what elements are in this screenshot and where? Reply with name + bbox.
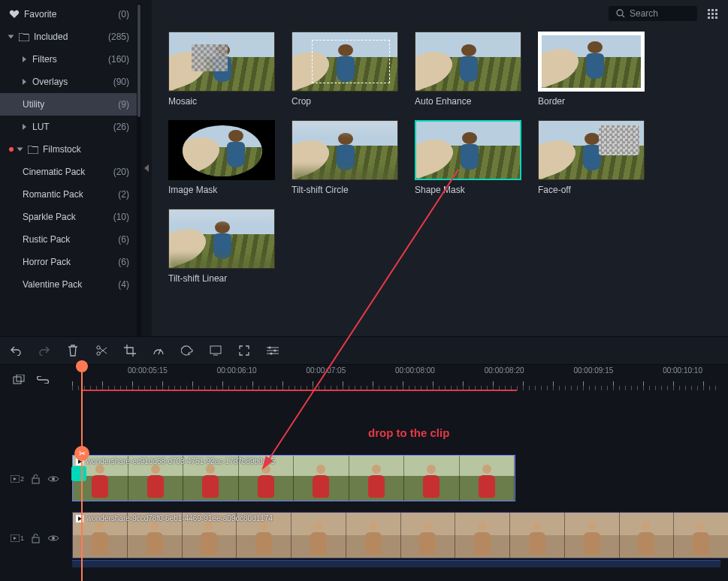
redo-button[interactable] [38,344,51,357]
svg-rect-8 [14,377,21,384]
grid-view-icon[interactable] [708,9,717,19]
ruler-label: 00:00:07:05 [306,366,346,375]
search-input[interactable]: Search [609,6,697,21]
crop-zoom-button[interactable] [237,344,251,357]
gallery-thumb[interactable] [415,120,521,180]
chevron-left-icon [144,164,149,172]
svg-point-2 [97,346,100,349]
gallery-item-face-off[interactable]: Face-off [538,120,645,195]
gallery-thumb[interactable] [292,120,398,180]
sidebar-item-filters[interactable]: Filters (160) [0,48,137,71]
adjust-button[interactable] [266,344,279,357]
speed-button[interactable] [152,344,165,357]
gallery-item-tilt-circle[interactable]: Tilt-shift Circle [292,120,398,195]
gallery-label: Border [538,96,645,107]
sidebar-item-pack[interactable]: Sparkle Pack (10) [0,206,137,228]
sidebar-label: Cinematic Pack [23,167,85,177]
gallery-item-auto-enhance[interactable]: Auto Enhance [415,32,521,107]
sidebar-item-lut[interactable]: LUT (26) [0,116,137,138]
gallery-item-tilt-linear[interactable]: Tilt-shift Linear [168,209,275,284]
sidebar-label: Overlays [32,77,68,87]
svg-point-16 [52,537,55,540]
eye-icon[interactable] [47,534,59,542]
undo-icon [10,345,22,356]
sidebar-item-pack[interactable]: Cinematic Pack (20) [0,161,137,183]
undo-button[interactable] [9,344,23,357]
gallery-thumb[interactable] [168,120,275,180]
caret-down-icon [8,35,14,39]
gallery-thumb[interactable] [168,209,275,269]
caret-down-icon [17,148,23,152]
sidebar-label: Filmstock [43,144,81,155]
delete-button[interactable] [66,344,80,357]
sidebar-item-overlays[interactable]: Overlays (90) [0,71,137,93]
sidebar-item-pack[interactable]: Valentine Pack (4) [0,273,137,296]
eye-icon[interactable] [47,475,59,483]
caret-right-icon [23,56,26,62]
svg-point-7 [270,352,272,354]
sidebar-item-favorite[interactable]: Favorite (0) [0,3,137,26]
color-button[interactable] [180,344,194,357]
gallery-item-image-mask[interactable]: Image Mask [168,120,275,195]
link-button[interactable] [36,373,50,387]
lock-icon[interactable] [32,534,40,543]
sidebar-item-utility[interactable]: Utility (9) [0,93,137,116]
track-header-2: 2 [0,474,72,484]
svg-rect-9 [17,375,24,381]
annotation-text: drop to the clip [368,426,449,439]
add-marker-button[interactable] [12,373,26,387]
green-screen-button[interactable] [209,344,222,357]
sidebar-item-included[interactable]: Included (285) [0,26,137,48]
clip-name: wondershare-9ccd78f0-6eb1-4469-91ee-a09d… [86,514,273,522]
gallery-label: Crop [292,96,398,107]
playhead-knob[interactable] [76,360,88,372]
effect-badge-icon [71,466,86,481]
timeline-clip-1[interactable]: wondershare-ec91dd68-d703-4751-92ac-1787… [72,455,515,501]
track-underline [72,560,720,567]
gallery-item-border[interactable]: Border [538,32,645,107]
sidebar-collapse-handle[interactable] [141,0,152,336]
sidebar-count: (6) [118,257,129,267]
gallery-label: Tilt-shift Linear [168,273,275,284]
sidebar-label: Favorite [24,9,56,20]
sidebar-item-filmstock[interactable]: Filmstock [0,138,137,161]
gallery-thumb[interactable] [538,32,645,92]
svg-rect-15 [32,537,39,543]
crop-button[interactable] [123,344,137,357]
playhead-scissors-icon[interactable]: ✂ [74,446,89,461]
sidebar-label: Sparkle Pack [23,212,76,222]
link-icon [37,376,49,384]
search-placeholder: Search [630,8,658,19]
sidebar-label: Included [34,32,68,42]
svg-point-12 [52,477,55,480]
trash-icon [68,345,78,357]
sidebar-scrollbar[interactable] [137,3,141,336]
scissors-icon [95,345,107,357]
sidebar-label: Filters [32,54,57,65]
gallery-item-shape-mask[interactable]: Shape Mask [415,120,521,195]
lock-icon[interactable] [32,474,40,484]
svg-point-0 [617,10,623,16]
svg-rect-11 [32,478,39,483]
split-button[interactable] [95,344,108,357]
gallery-thumb[interactable] [292,32,398,92]
gallery-label: Auto Enhance [415,96,521,107]
gallery-item-mosaic[interactable]: Mosaic [168,32,275,107]
gallery-thumb[interactable] [415,32,521,92]
sidebar-item-pack[interactable]: Horror Pack (6) [0,251,137,273]
svg-point-5 [268,346,270,348]
timeline-clip-2[interactable]: wondershare-9ccd78f0-6eb1-4469-91ee-a09d… [72,512,728,558]
track-video-icon: 2 [11,475,24,483]
sidebar-item-pack[interactable]: Romantic Pack (2) [0,183,137,206]
gallery-item-crop[interactable]: Crop [292,32,398,107]
sidebar-count: (26) [113,122,129,132]
palette-icon [181,345,193,356]
crop-icon [124,345,136,357]
timeline-ruler[interactable]: 00:00:05:15 00:00:06:10 00:00:07:05 00:0… [72,365,728,395]
playhead[interactable]: ✂ [81,365,83,581]
sidebar-item-pack[interactable]: Rustic Pack (6) [0,228,137,251]
ruler-label: 00:00:06:10 [217,366,257,375]
gallery-thumb[interactable] [538,120,645,180]
gallery-thumb[interactable] [168,32,275,92]
caret-right-icon [23,124,26,130]
